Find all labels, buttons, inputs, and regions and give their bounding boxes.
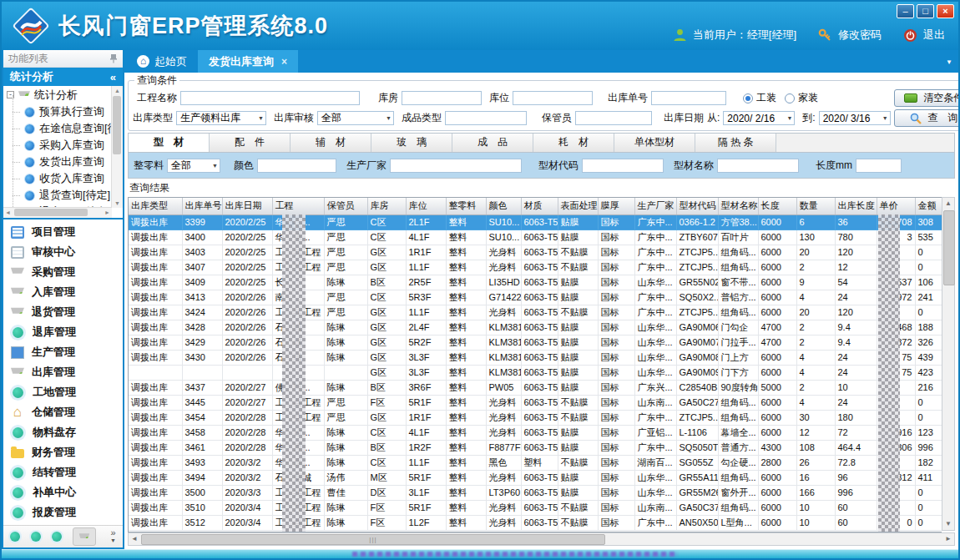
sidebar-menu-item[interactable]: 退货管理 [3,303,123,322]
minimize-button[interactable]: – [897,4,914,18]
scrollbar-thumb[interactable] [14,209,88,216]
tree-vertical-scrollbar[interactable]: ▲ ▼ [111,86,123,208]
tree-item[interactable]: 在途信息查询[待 [3,120,112,137]
scroll-down-icon[interactable]: ▼ [942,518,954,530]
column-header[interactable]: 长度 [758,198,796,214]
sidebar-menu-item[interactable]: 生产管理 [3,343,123,362]
color-input[interactable] [257,159,336,173]
column-header[interactable]: 型材代码 [676,198,718,214]
scroll-right-icon[interactable]: ► [942,533,954,544]
factory-input[interactable] [390,159,522,173]
column-header[interactable]: 出库类型 [129,198,182,214]
tab-start-page[interactable]: ⌂ 起始页 [126,50,198,73]
logout-button[interactable]: 退出 [923,28,945,43]
table-row[interactable]: 调拨出库34582020/2/28华 原...陈琳C区4L1F整料光身料6063… [129,425,942,440]
scrollbar-thumb[interactable] [141,534,605,545]
column-header[interactable]: 材质 [521,198,558,214]
column-header[interactable]: 整零料 [446,198,486,214]
profile-code-input[interactable] [582,159,664,173]
column-header[interactable]: 金额 [915,198,942,214]
table-row[interactable]: 调拨出库34452020/2/27工 共工程严思F区5R1F整料光身料6063-… [129,395,942,410]
column-header[interactable]: 工程 [272,198,324,214]
length-input[interactable] [856,159,902,173]
grid-vertical-scrollbar[interactable]: ▲ ▼ [942,197,955,531]
tree-item[interactable]: 预算执行查询 [3,103,112,120]
table-row[interactable]: G区3L3F整料KLM38176063-T5贴膜国标山东华...GA90M09.… [129,365,942,380]
zhengling-select[interactable]: 全部 [167,159,220,173]
column-header[interactable]: 单价 [877,198,915,214]
tab-list-caret-icon[interactable] [946,58,952,66]
search-button[interactable]: 查 询 [894,109,960,127]
material-tab[interactable]: 单体型材 [614,134,695,152]
sidebar-group-header[interactable]: 统计分析 « [3,68,123,86]
tree-item[interactable]: 退货查询[待定] [3,187,112,204]
product-type-input[interactable] [445,111,527,125]
keeper-input[interactable] [575,111,652,125]
gongzhuang-radio[interactable] [743,93,753,103]
scroll-right-icon[interactable]: ► [103,208,112,218]
pin-icon[interactable] [109,53,118,63]
table-row[interactable]: 调拨出库34092020/2/25长 ...陈琳B区2R5F整料LI35HD60… [129,275,942,290]
close-button[interactable]: × [937,4,954,18]
outbound-no-input[interactable] [651,91,726,105]
table-row[interactable]: 调拨出库34542020/2/28工 共工程严思G区1R1F整料光身料6063-… [129,410,942,425]
column-header[interactable]: 膜厚 [598,198,634,214]
table-row[interactable]: 调拨出库35122020/3/4工 共工程陈琳F区1L2F整料光身料6063-T… [129,515,942,530]
profile-name-input[interactable] [717,159,799,173]
column-header[interactable]: 库位 [406,198,446,214]
collapse-icon[interactable]: « [110,71,116,83]
scroll-left-icon[interactable]: ◄ [129,533,140,544]
location-input[interactable] [513,91,593,105]
material-tab[interactable]: 型 材 [129,134,210,152]
sidebar-menu-item[interactable]: 项目管理 [3,223,123,242]
sidebar-menu-item[interactable]: 审核中心 [3,243,123,262]
close-tab-icon[interactable]: × [281,56,287,68]
date-from-picker[interactable]: 2020/ 2/16 [723,111,795,125]
scroll-up-icon[interactable]: ▲ [112,86,123,95]
column-header[interactable]: 出库日期 [222,198,272,214]
date-to-picker[interactable]: 2020/ 3/16 [819,111,891,125]
material-tab[interactable]: 隔 热 条 [695,134,776,152]
sidebar-menu-item[interactable]: 退库管理 [3,323,123,342]
sidebar-menu-item[interactable]: 工地管理 [3,383,123,402]
table-row[interactable]: 调拨出库34002020/2/25华 原...严思C区4L1F整料SU10...… [129,230,942,245]
change-password-link[interactable]: 修改密码 [838,28,882,43]
material-tab[interactable]: 成 品 [452,134,533,152]
material-tab[interactable]: 耗 材 [533,134,614,152]
table-row[interactable]: 调拨出库35102020/3/4工 共工程陈琳F区5R1F整料光身料6063-T… [129,500,942,515]
material-tab[interactable]: 玻 璃 [371,134,452,152]
toolbar-circle-icon[interactable] [31,532,41,542]
column-header[interactable]: 数量 [796,198,835,214]
table-row[interactable]: 调拨出库34132020/2/26南 ...严思C区5R3F整料G7142260… [129,290,942,305]
jiazhuang-radio[interactable] [785,93,795,103]
toolbar-cart-button[interactable] [73,527,96,546]
clear-conditions-button[interactable]: 清空条件 [894,89,960,107]
tree-item[interactable]: 采购入库查询 [3,137,112,154]
column-header[interactable]: 型材名称 [718,198,758,214]
column-header[interactable]: 库房 [367,198,406,214]
table-row[interactable]: 调拨出库34282020/2/26石 城陈琳G区2L4F整料KLM3817606… [129,320,942,335]
table-row[interactable]: 调拨出库34242020/2/26工 共工程严思G区1L1F整料光身料6063-… [129,305,942,320]
table-row[interactable]: 调拨出库34072020/2/25工 共工程严思G区1L1F整料光身料6063-… [129,260,942,275]
table-row[interactable]: 调拨出库34292020/2/26石 城陈琳G区5R2F整料KLM3817606… [129,335,942,350]
sidebar-menu-item[interactable]: ⌂仓储管理 [3,403,123,422]
sidebar-menu-item[interactable]: 采购管理 [3,263,123,282]
column-header[interactable]: 保管员 [324,198,367,214]
material-tab[interactable]: 辅 材 [291,134,371,152]
tree-item[interactable]: 收货入库查询 [3,170,112,187]
tab-shipping-outbound-query[interactable]: 发货出库查询 × [198,50,298,73]
table-row[interactable]: 调拨出库34032020/2/25工 共工程严思G区1R1F整料光身料6063-… [129,245,942,260]
column-header[interactable]: 出库长度 [835,198,877,214]
tree-horizontal-scrollbar[interactable]: ◄ ► [3,207,112,218]
sidebar-menu-item[interactable]: 出库管理 [3,363,123,382]
tree-item[interactable]: 发货出库查询 [3,154,112,170]
table-row[interactable]: 调拨出库35002020/3/3工 共工程曹佳D区3L1F整料LT3P60606… [129,485,942,500]
outbound-audit-select[interactable]: 全部 [317,111,394,125]
column-header[interactable]: 生产厂家 [634,198,676,214]
toolbar-overflow-button[interactable]: »▼ [110,529,116,544]
sidebar-menu-item[interactable]: 补单中心 [3,483,123,502]
table-row[interactable]: 调拨出库34612020/2/28华 原...陈琳B区1R2F整料F8877FT… [129,440,942,455]
column-header[interactable]: 表面处理 [558,198,598,214]
table-row[interactable]: 调拨出库34372020/2/27佛 料...陈琳B区3R6F整料PW05606… [129,380,942,395]
table-row[interactable]: 调拨出库33992020/2/25华 原...严思C区2L1F整料SU10...… [129,214,942,230]
